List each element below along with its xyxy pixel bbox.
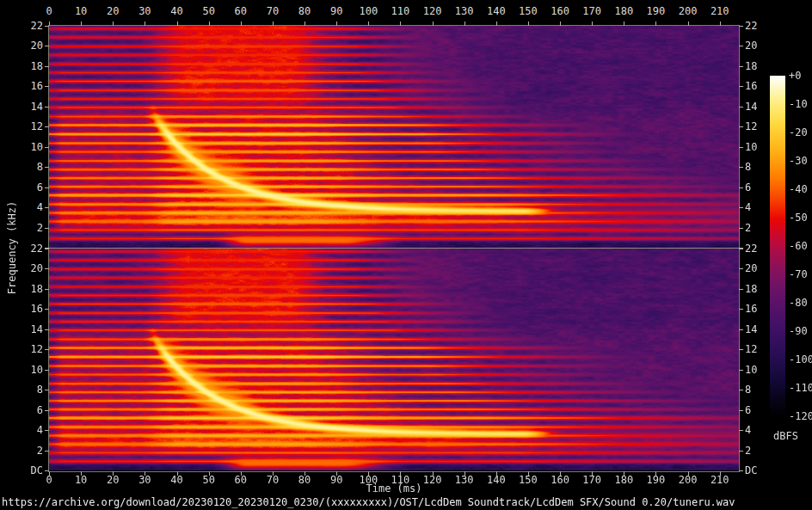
time-tick-label: 80 [298,6,311,17]
freq-tick-label: 18 [745,284,757,295]
time-tick-label: 90 [330,6,342,17]
time-tick-mark [113,22,114,26]
time-tick-label: 50 [202,6,214,17]
freq-tick-mark [739,268,743,269]
colorbar-tick-label: -20 [789,127,808,138]
colorbar-tick-label: -100 [789,354,812,366]
freq-tick-mark [739,410,743,411]
colorbar-tick-label: -30 [789,156,808,167]
time-tick-mark [81,22,82,26]
time-tick-mark [496,22,497,26]
colorbar-tick-label: -70 [789,269,808,280]
freq-tick-mark [45,470,49,471]
freq-tick-mark [739,126,743,127]
freq-tick-mark [45,268,49,269]
time-tick-mark [433,22,434,26]
freq-tick-label: 6 [745,182,751,194]
time-tick-label: 110 [391,6,410,17]
freq-tick-label: 8 [745,162,751,173]
freq-tick-mark [45,289,49,290]
freq-tick-mark [45,370,49,371]
freq-tick-label: 12 [15,121,43,132]
freq-tick-label: 6 [15,405,43,416]
freq-tick-label: 18 [745,61,757,72]
freq-dc-label: DC [745,465,757,476]
freq-tick-mark [739,390,743,390]
freq-tick-label: 14 [15,324,43,335]
freq-tick-label: 10 [745,365,757,376]
time-tick-label: 200 [679,6,698,17]
time-tick-label: 100 [359,6,378,17]
time-tick-mark [273,22,274,26]
freq-tick-mark [739,66,743,67]
freq-tick-mark [45,329,49,330]
freq-tick-mark [45,390,49,390]
time-tick-label: 20 [107,6,119,17]
time-tick-label: 180 [614,6,633,17]
time-tick-mark [304,22,305,26]
freq-tick-mark [45,451,49,452]
freq-tick-mark [45,147,49,148]
freq-tick-label: 2 [15,223,43,234]
freq-tick-mark [45,126,49,127]
freq-tick-label: 20 [745,40,757,52]
freq-tick-mark [45,249,49,249]
time-tick-label: 160 [551,6,569,17]
freq-tick-mark [45,349,49,350]
colorbar-tick-label: -110 [789,383,812,394]
time-tick-label: 0 [46,6,52,17]
time-tick-mark [177,22,178,26]
time-tick-mark [688,22,689,26]
freq-tick-mark [739,107,743,108]
freq-tick-label: 16 [15,81,43,92]
freq-tick-label: 2 [15,445,43,457]
freq-tick-mark [739,370,743,371]
time-tick-mark [209,22,210,26]
spectrogram-channel-1 [49,26,739,248]
freq-tick-mark [45,207,49,208]
freq-tick-label: 4 [745,202,751,213]
freq-tick-mark [739,249,743,249]
colorbar-tick-label: -90 [789,326,808,337]
freq-tick-label: 16 [745,304,757,315]
freq-tick-label: 20 [745,263,757,274]
time-tick-label: 140 [487,6,506,17]
time-tick-mark [464,22,465,26]
time-tick-mark [336,22,337,26]
freq-tick-mark [739,451,743,452]
time-tick-mark [560,22,561,26]
time-tick-mark [400,22,401,26]
spectrogram-channel-2 [49,249,739,470]
time-tick-mark [368,22,369,26]
freq-tick-label: 2 [745,445,751,457]
time-axis-title: Time (ms) [49,482,739,495]
time-tick-mark [624,22,624,26]
source-url-text: https://archive.org/download/20230120_20… [2,496,735,508]
time-tick-label: 40 [170,6,182,17]
frequency-axis-title: Frequency (kHz) [6,201,18,294]
freq-tick-label: 16 [15,304,43,315]
freq-tick-mark [739,167,743,168]
time-tick-label: 10 [75,6,87,17]
time-tick-label: 60 [235,6,247,17]
time-tick-mark [241,22,242,26]
freq-tick-label: 14 [15,101,43,113]
colorbar-tick-label: -40 [789,184,808,195]
time-tick-mark [720,22,721,26]
freq-dc-label: DC [15,465,43,476]
freq-tick-mark [739,187,743,188]
colorbar-tick-label: -60 [789,241,808,252]
colorbar-tick-label: -50 [789,212,808,224]
time-tick-label: 190 [647,6,666,17]
time-tick-mark [528,22,529,26]
freq-tick-mark [45,187,49,188]
dbfs-colorbar [770,76,785,417]
freq-tick-label: 6 [15,182,43,194]
freq-tick-mark [45,228,49,229]
freq-tick-label: 8 [15,384,43,396]
freq-tick-mark [45,66,49,67]
freq-tick-mark [739,207,743,208]
time-tick-label: 130 [455,6,474,17]
freq-tick-mark [45,86,49,87]
time-tick-label: 150 [519,6,538,17]
